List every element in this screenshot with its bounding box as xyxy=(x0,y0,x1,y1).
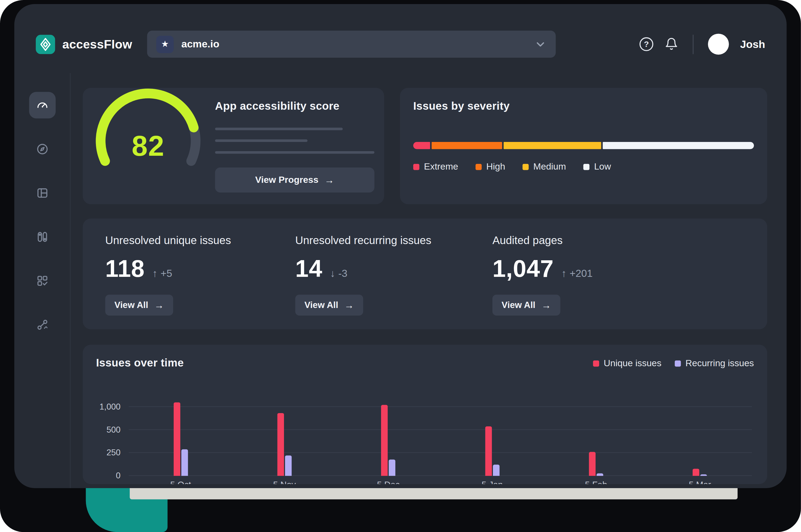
legend-label-high: High xyxy=(486,162,505,172)
project-select-value: acme.io xyxy=(181,38,219,50)
screenshot-stage: accessFlow ★ acme.io ? xyxy=(0,0,801,532)
recurring-issues-bar-5-jan xyxy=(492,465,499,476)
accessibility-score-card: 82 App accessibility score View Progress… xyxy=(83,88,384,204)
chart-plot: 02505001,0005 Oct5 Nov5 Dec5 Jan5 Feb5 M… xyxy=(129,387,752,476)
severity-segment-low xyxy=(603,142,754,149)
chart-title: Issues over time xyxy=(96,357,184,370)
legend-dot-high xyxy=(476,164,482,170)
stat-label: Unresolved unique issues xyxy=(105,234,231,247)
unique-issues-bar-5-dec xyxy=(381,405,388,476)
severity-card-title: Issues by severity xyxy=(413,100,754,113)
chart-x-tick-label: 5 Nov xyxy=(273,480,296,484)
stat-unresolved-recurring: Unresolved recurring issues 14 ↓ -3 View… xyxy=(295,234,431,316)
stat-audited-pages: Audited pages 1,047 ↑ +201 View All → xyxy=(492,234,593,316)
arrow-right-icon: → xyxy=(324,174,334,186)
brand-name: accessFlow xyxy=(62,37,132,52)
unique-issues-bar-5-jan xyxy=(485,426,492,476)
legend-dot-low xyxy=(583,164,590,170)
severity-segment-medium xyxy=(504,142,601,149)
arrow-up-icon: ↑ xyxy=(561,268,566,279)
layout-icon xyxy=(36,186,49,200)
legend-label-recurring: Recurring issues xyxy=(686,358,754,369)
stat-value: 14 xyxy=(295,254,322,283)
top-cards-row: 82 App accessibility score View Progress… xyxy=(83,88,767,204)
chart-y-tick-label: 500 xyxy=(107,425,120,435)
topbar-divider xyxy=(693,34,694,54)
stat-label: Unresolved recurring issues xyxy=(295,234,431,247)
severity-segment-extreme xyxy=(413,142,430,149)
view-all-recurring-button[interactable]: View All → xyxy=(295,295,364,316)
recurring-issues-bar-5-mar xyxy=(701,475,707,476)
arrow-down-icon: ↓ xyxy=(330,268,335,279)
arrow-right-icon: → xyxy=(154,300,164,311)
chart-x-tick-label: 5 Oct xyxy=(170,480,191,484)
issues-over-time-card: Issues over time Unique issues Recurring… xyxy=(83,345,767,484)
sidebar-item-explore[interactable] xyxy=(29,136,56,162)
unique-issues-bar-5-nov xyxy=(278,413,284,476)
view-progress-button[interactable]: View Progress → xyxy=(215,167,374,192)
stat-value: 118 xyxy=(105,254,145,283)
legend-item-extreme: Extreme xyxy=(413,162,458,172)
skeleton-line xyxy=(215,128,343,130)
legend-item-recurring-issues: Recurring issues xyxy=(675,358,754,369)
legend-dot-unique xyxy=(593,360,599,366)
stat-delta: ↑ +201 xyxy=(561,268,593,279)
legend-item-medium: Medium xyxy=(522,162,566,172)
recurring-issues-bar-5-oct xyxy=(181,449,188,476)
user-name: Josh xyxy=(740,38,765,50)
arrow-right-icon: → xyxy=(541,300,551,311)
accessflow-logo-icon xyxy=(36,34,55,54)
topbar: accessFlow ★ acme.io ? xyxy=(14,4,787,73)
view-all-label: View All xyxy=(114,300,148,310)
stat-delta: ↑ +5 xyxy=(152,268,172,279)
chart-gridline xyxy=(129,475,752,476)
chart-y-tick-label: 0 xyxy=(116,471,120,480)
project-select[interactable]: ★ acme.io xyxy=(147,31,556,58)
chart-legend: Unique issues Recurring issues xyxy=(593,358,754,369)
stat-delta: ↓ -3 xyxy=(330,268,348,279)
legend-label-unique: Unique issues xyxy=(604,358,662,369)
skeleton-line xyxy=(215,139,308,142)
device-frame: accessFlow ★ acme.io ? xyxy=(0,0,801,532)
chart-gridline xyxy=(129,429,752,430)
grid-check-icon xyxy=(36,274,49,287)
stat-delta-value: -3 xyxy=(338,268,348,279)
sidebar-item-pages[interactable] xyxy=(29,180,56,206)
severity-segment-high xyxy=(432,142,502,149)
sidebar-item-integrations[interactable] xyxy=(29,311,56,338)
sidebar-item-audits[interactable] xyxy=(29,224,56,250)
legend-item-low: Low xyxy=(583,162,611,172)
chart-x-tick-label: 5 Dec xyxy=(377,480,400,484)
view-progress-label: View Progress xyxy=(255,175,318,186)
notifications-bell-icon[interactable] xyxy=(665,37,678,51)
arrow-up-icon: ↑ xyxy=(152,268,157,279)
gauge-icon xyxy=(36,99,49,112)
sidebar-item-dashboard[interactable] xyxy=(29,92,56,118)
app-window: accessFlow ★ acme.io ? xyxy=(14,4,787,488)
recurring-issues-bar-5-dec xyxy=(389,459,396,476)
legend-dot-recurring xyxy=(675,360,681,366)
sidebar xyxy=(14,73,71,488)
issues-by-severity-card: Issues by severity Extreme xyxy=(400,88,767,204)
score-card-title: App accessibility score xyxy=(215,100,374,113)
help-icon[interactable]: ? xyxy=(639,37,653,51)
chart-x-tick-label: 5 Feb xyxy=(585,480,607,484)
plug-icon xyxy=(36,318,49,331)
legend-item-unique-issues: Unique issues xyxy=(593,358,662,369)
view-all-unique-button[interactable]: View All → xyxy=(105,295,173,316)
topbar-right: ? Josh xyxy=(639,34,765,54)
view-all-pages-button[interactable]: View All → xyxy=(492,295,560,316)
legend-label-medium: Medium xyxy=(533,162,566,172)
chart-gridline xyxy=(129,452,752,453)
user-avatar[interactable] xyxy=(708,34,729,54)
chart-x-tick-label: 5 Jan xyxy=(482,480,503,484)
severity-legend: Extreme High Medium xyxy=(413,162,754,172)
score-gauge: 82 xyxy=(92,86,204,198)
view-all-label: View All xyxy=(304,300,338,310)
sidebar-item-checks[interactable] xyxy=(29,268,56,294)
chart-region: 02505001,0005 Oct5 Nov5 Dec5 Jan5 Feb5 M… xyxy=(129,387,752,484)
chart-y-tick-label: 250 xyxy=(107,448,120,457)
stat-unresolved-unique: Unresolved unique issues 118 ↑ +5 View A… xyxy=(105,234,231,316)
compass-icon xyxy=(36,142,49,156)
sliders-icon xyxy=(36,230,49,244)
